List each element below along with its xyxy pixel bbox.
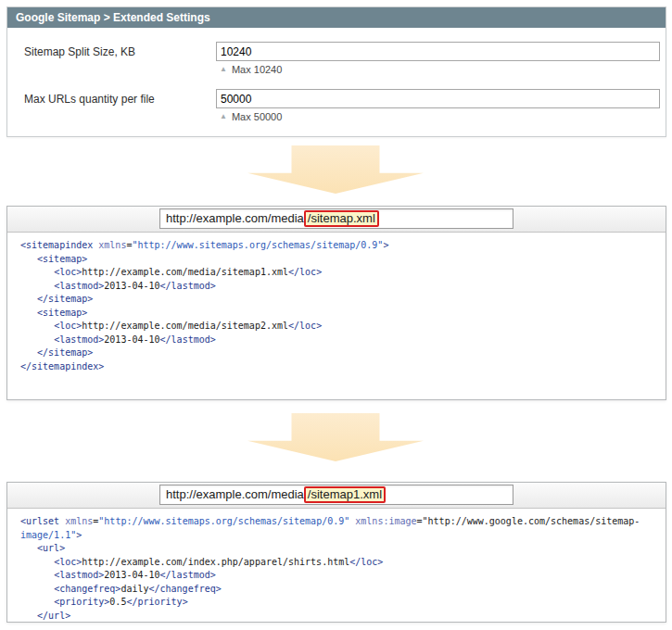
settings-panel-header: Google Sitemap > Extended Settings [7, 7, 666, 28]
xml-code: <urlset xmlns="http://www.sitemaps.org/s… [7, 509, 666, 622]
hint-text: Max 50000 [232, 111, 282, 122]
hint-text: Max 10240 [232, 64, 282, 75]
url-text: http://example.com/media [166, 487, 304, 501]
url-text: http://example.com/media [166, 211, 304, 225]
settings-panel: Google Sitemap > Extended Settings Sitem… [6, 6, 666, 137]
browser-panel-sitemap-index: http://example.com/media/sitemap.xml <si… [6, 206, 666, 400]
url-highlight: /sitemap1.xml [304, 486, 386, 503]
max-urls-input[interactable] [216, 89, 660, 108]
field-hint-split-size: ▲ Max 10240 [220, 64, 282, 75]
hint-triangle-icon: ▲ [220, 66, 227, 73]
address-bar-strip: http://example.com/media/sitemap1.xml [7, 483, 666, 509]
address-bar[interactable]: http://example.com/media/sitemap1.xml [159, 485, 514, 505]
field-label-split-size: Sitemap Split Size, KB [24, 45, 135, 58]
page: Google Sitemap > Extended Settings Sitem… [0, 0, 672, 630]
address-bar-strip: http://example.com/media/sitemap.xml [7, 207, 666, 233]
down-arrow-icon [247, 145, 424, 194]
url-highlight: /sitemap.xml [304, 210, 379, 227]
xml-code: <sitemapindex xmlns="http://www.sitemaps… [7, 233, 666, 399]
settings-panel-title: Google Sitemap > Extended Settings [16, 11, 210, 24]
field-label-max-urls: Max URLs quantity per file [24, 93, 155, 106]
down-arrow-icon [247, 413, 424, 461]
field-hint-max-urls: ▲ Max 50000 [220, 111, 282, 122]
hint-triangle-icon: ▲ [220, 113, 227, 120]
split-size-input[interactable] [216, 42, 660, 61]
address-bar[interactable]: http://example.com/media/sitemap.xml [159, 208, 514, 229]
browser-panel-sitemap-file: http://example.com/media/sitemap1.xml <u… [6, 482, 666, 623]
